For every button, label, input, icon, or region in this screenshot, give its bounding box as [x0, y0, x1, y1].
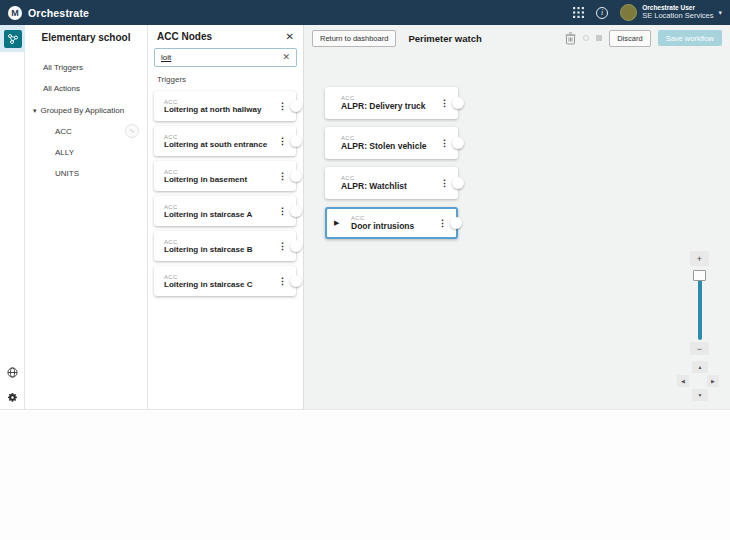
close-icon[interactable]: ✕: [286, 32, 294, 42]
zoom-in-button[interactable]: +: [690, 251, 709, 266]
section-label-triggers: Triggers: [157, 75, 294, 84]
tree-group-by-application[interactable]: ▾ Grouped By Application: [25, 99, 147, 121]
workflow-canvas[interactable]: Return to dashboard Perimeter watch Disc…: [304, 25, 730, 410]
trigger-card[interactable]: ACC Loitering at south entrance ⋮: [154, 126, 296, 156]
trigger-card[interactable]: ACC Loitering in basement ⋮: [154, 161, 296, 191]
top-bar: M Orchestrate i Orchestrate User SE Loca…: [0, 0, 730, 25]
acc-nodes-panel: ACC Nodes ✕ loit ✕ Triggers ACC Loiterin…: [148, 25, 304, 410]
motorola-logo-icon: M: [8, 6, 22, 20]
trigger-title: Loitering in basement: [164, 175, 280, 184]
node-title: ALPR: Watchlist: [341, 181, 444, 191]
panel-title: ACC Nodes: [157, 31, 212, 42]
output-port[interactable]: [290, 275, 302, 287]
redo-icon[interactable]: [596, 35, 602, 41]
canvas-node-alpr-watchlist[interactable]: ACC ALPR: Watchlist ⋮: [325, 167, 458, 199]
canvas-node-door-intrusions[interactable]: ▶ ACC Door intrusions ⋮: [325, 207, 458, 239]
kebab-menu-icon[interactable]: ⋮: [278, 101, 287, 111]
rail-workflows-tab[interactable]: [0, 25, 25, 52]
page-background: [0, 411, 730, 540]
play-icon[interactable]: ▶: [334, 219, 339, 227]
user-menu[interactable]: Orchestrate User SE Location Services ▾: [620, 4, 722, 21]
output-port[interactable]: [290, 205, 302, 217]
kebab-menu-icon[interactable]: ⋮: [278, 276, 287, 286]
trigger-title: Loitering in staircase C: [164, 280, 280, 289]
trigger-card[interactable]: ACC Loitering in staircase B ⋮: [154, 231, 296, 261]
orchestrate-app: M Orchestrate i Orchestrate User SE Loca…: [0, 0, 730, 540]
pan-down-button[interactable]: ▼: [692, 389, 708, 401]
workflow-icon: [4, 30, 22, 48]
node-title: Door intrusions: [351, 221, 442, 231]
kebab-menu-icon[interactable]: ⋮: [440, 98, 449, 108]
tree-item-all-triggers[interactable]: All Triggers: [25, 57, 147, 78]
tree-group-label: Grouped By Application: [41, 106, 125, 115]
language-globe-icon[interactable]: [7, 367, 18, 378]
trigger-card[interactable]: ACC Loitering in staircase A ⋮: [154, 196, 296, 226]
tree-item-ally[interactable]: ALLY: [25, 142, 147, 163]
tree-item-label: ALLY: [55, 148, 74, 157]
user-org: SE Location Services: [642, 12, 713, 21]
kebab-menu-icon[interactable]: ⋮: [440, 138, 449, 148]
trigger-list: ACC Loitering at north hallway ⋮ ACC Loi…: [148, 91, 303, 296]
output-port[interactable]: [452, 137, 464, 149]
pan-right-button[interactable]: ▶: [707, 375, 719, 387]
output-port[interactable]: [290, 170, 302, 182]
settings-gear-icon[interactable]: [7, 392, 18, 403]
kebab-menu-icon[interactable]: ⋮: [278, 241, 287, 251]
output-port[interactable]: [290, 100, 302, 112]
node-search-input[interactable]: loit ✕: [154, 48, 297, 67]
trigger-title: Loitering in staircase A: [164, 210, 280, 219]
app-title: Orchestrate: [28, 7, 89, 19]
tree-item-label: UNITS: [55, 169, 79, 178]
kebab-menu-icon[interactable]: ⋮: [278, 136, 287, 146]
output-port[interactable]: [290, 240, 302, 252]
node-title: ALPR: Stolen vehicle: [341, 141, 444, 151]
workflow-tree-panel: Elementary school All Triggers All Actio…: [25, 25, 148, 410]
trigger-title: Loitering at north hallway: [164, 105, 280, 114]
acc-quick-action-icon[interactable]: ∿: [125, 124, 139, 138]
zoom-slider-handle[interactable]: [693, 270, 706, 281]
pan-up-button[interactable]: ▲: [692, 361, 708, 373]
return-to-dashboard-button[interactable]: Return to dashboard: [312, 30, 396, 47]
output-port[interactable]: [450, 217, 462, 229]
kebab-menu-icon[interactable]: ⋮: [278, 206, 287, 216]
info-icon[interactable]: i: [596, 7, 608, 19]
canvas-node-alpr-delivery-truck[interactable]: ACC ALPR: Delivery truck ⋮: [325, 87, 458, 119]
undo-icon[interactable]: [583, 35, 589, 41]
output-port[interactable]: [452, 177, 464, 189]
kebab-menu-icon[interactable]: ⋮: [278, 171, 287, 181]
user-avatar: [620, 4, 637, 21]
chevron-down-icon: ▾: [33, 107, 37, 115]
chevron-down-icon: ▾: [718, 9, 722, 17]
left-rail: [0, 25, 25, 410]
output-port[interactable]: [452, 97, 464, 109]
app-grid-icon[interactable]: [573, 7, 584, 18]
pan-left-button[interactable]: ◀: [677, 375, 689, 387]
kebab-menu-icon[interactable]: ⋮: [438, 218, 447, 228]
trigger-card[interactable]: ACC Loitering at north hallway ⋮: [154, 91, 296, 121]
tree-item-all-actions[interactable]: All Actions: [25, 78, 147, 99]
search-value: loit: [161, 53, 282, 62]
trigger-title: Loitering in staircase B: [164, 245, 280, 254]
tree-item-units[interactable]: UNITS: [25, 163, 147, 184]
workflow-group-title: Elementary school: [25, 32, 147, 43]
canvas-node-alpr-stolen-vehicle[interactable]: ACC ALPR: Stolen vehicle ⋮: [325, 127, 458, 159]
trigger-title: Loitering at south entrance: [164, 140, 280, 149]
clear-search-icon[interactable]: ✕: [282, 53, 290, 62]
kebab-menu-icon[interactable]: ⋮: [440, 178, 449, 188]
tree-item-acc[interactable]: ACC ∿: [25, 121, 147, 142]
output-port[interactable]: [290, 135, 302, 147]
node-title: ALPR: Delivery truck: [341, 101, 444, 111]
canvas-toolbar: Return to dashboard Perimeter watch Disc…: [304, 25, 730, 47]
discard-button[interactable]: Discard: [609, 30, 650, 47]
delete-icon[interactable]: [565, 32, 576, 45]
tree-item-label: ACC: [55, 127, 72, 136]
workflow-title: Perimeter watch: [408, 33, 481, 44]
save-workflow-button[interactable]: Save workflow: [658, 30, 722, 46]
zoom-out-button[interactable]: −: [690, 342, 709, 355]
trigger-card[interactable]: ACC Loitering in staircase C ⋮: [154, 266, 296, 296]
